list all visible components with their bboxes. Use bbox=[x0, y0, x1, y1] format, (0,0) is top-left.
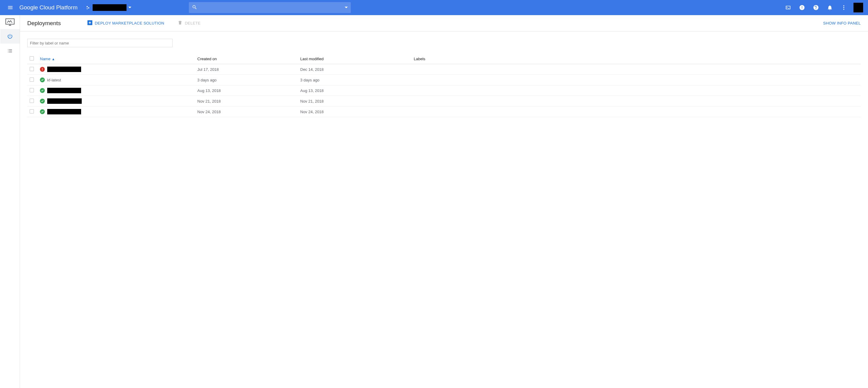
project-selector[interactable] bbox=[83, 2, 134, 13]
main-area: Deployments DEPLOY MARKETPLACE SOLUTION … bbox=[20, 15, 868, 388]
show-info-panel-button[interactable]: SHOW INFO PANEL bbox=[823, 21, 861, 25]
cloud-shell-icon bbox=[785, 4, 791, 10]
table-row[interactable]: Jul 17, 2018Dec 14, 2018 bbox=[27, 64, 861, 75]
row-labels bbox=[411, 85, 861, 96]
row-checkbox[interactable] bbox=[30, 67, 34, 71]
row-modified: 3 days ago bbox=[298, 75, 411, 85]
more-button[interactable] bbox=[838, 1, 850, 13]
table-row[interactable]: Aug 13, 2018Aug 13, 2018 bbox=[27, 85, 861, 96]
help-icon bbox=[813, 4, 819, 10]
header-labels[interactable]: Labels bbox=[411, 54, 861, 64]
status-ok-icon bbox=[40, 78, 45, 82]
nav-deployments[interactable] bbox=[0, 29, 20, 43]
svg-point-1 bbox=[88, 7, 89, 8]
platform-title: Google Cloud Platform bbox=[19, 4, 78, 11]
row-checkbox[interactable] bbox=[30, 109, 34, 114]
row-created: Nov 24, 2018 bbox=[195, 107, 298, 117]
svg-point-4 bbox=[843, 7, 844, 8]
svg-point-0 bbox=[87, 6, 88, 7]
project-scope-icon bbox=[86, 5, 91, 10]
trash-icon bbox=[178, 20, 183, 26]
status-err-icon bbox=[40, 67, 45, 72]
status-ok-icon bbox=[40, 109, 45, 114]
svg-rect-9 bbox=[42, 70, 43, 70]
row-labels bbox=[411, 64, 861, 75]
row-modified: Nov 24, 2018 bbox=[298, 107, 411, 117]
deployments-table: Name▲ Created on Last modified Labels Ju… bbox=[27, 54, 861, 117]
feedback-button[interactable] bbox=[796, 1, 808, 13]
svg-point-2 bbox=[87, 8, 88, 9]
search-icon bbox=[192, 4, 197, 11]
section-deployment-manager-icon[interactable] bbox=[0, 16, 20, 29]
row-labels bbox=[411, 75, 861, 85]
row-checkbox[interactable] bbox=[30, 78, 34, 82]
row-modified: Nov 21, 2018 bbox=[298, 96, 411, 107]
header-modified[interactable]: Last modified bbox=[298, 54, 411, 64]
status-ok-icon bbox=[40, 88, 45, 93]
chevron-down-icon bbox=[128, 5, 131, 10]
row-created: Aug 13, 2018 bbox=[195, 85, 298, 96]
row-name-redacted bbox=[47, 109, 81, 114]
row-name[interactable]: kf-latest bbox=[47, 78, 61, 82]
header-created[interactable]: Created on bbox=[195, 54, 298, 64]
table-row[interactable]: Nov 24, 2018Nov 24, 2018 bbox=[27, 107, 861, 117]
help-button[interactable] bbox=[810, 1, 822, 13]
row-created: Nov 21, 2018 bbox=[195, 96, 298, 107]
table-row[interactable]: kf-latest3 days ago3 days ago bbox=[27, 75, 861, 85]
account-avatar[interactable] bbox=[854, 3, 863, 12]
header-right bbox=[782, 1, 865, 13]
status-ok-icon bbox=[40, 99, 45, 103]
deploy-marketplace-label: DEPLOY MARKETPLACE SOLUTION bbox=[95, 21, 164, 25]
notifications-button[interactable] bbox=[824, 1, 836, 13]
filter-input[interactable] bbox=[27, 39, 173, 47]
top-header: Google Cloud Platform bbox=[0, 0, 868, 15]
table-row[interactable]: Nov 21, 2018Nov 21, 2018 bbox=[27, 96, 861, 107]
row-modified: Aug 13, 2018 bbox=[298, 85, 411, 96]
bell-icon bbox=[827, 4, 833, 10]
svg-rect-8 bbox=[42, 68, 43, 69]
page-title: Deployments bbox=[27, 20, 61, 27]
plus-box-icon bbox=[88, 20, 92, 26]
content: Name▲ Created on Last modified Labels Ju… bbox=[20, 31, 868, 117]
row-labels bbox=[411, 96, 861, 107]
deployment-manager-icon bbox=[5, 19, 14, 26]
main-menu-button[interactable] bbox=[3, 0, 18, 15]
row-checkbox[interactable] bbox=[30, 88, 34, 92]
row-created: 3 days ago bbox=[195, 75, 298, 85]
alert-bubble-icon bbox=[799, 4, 805, 10]
secondary-toolbar: Deployments DEPLOY MARKETPLACE SOLUTION … bbox=[20, 15, 868, 31]
sort-asc-icon: ▲ bbox=[52, 57, 55, 61]
table-header-row: Name▲ Created on Last modified Labels bbox=[27, 54, 861, 64]
row-modified: Dec 14, 2018 bbox=[298, 64, 411, 75]
row-name-redacted bbox=[47, 88, 81, 93]
nav-type-registry[interactable] bbox=[0, 43, 20, 58]
header-name[interactable]: Name▲ bbox=[37, 54, 195, 64]
svg-point-3 bbox=[843, 5, 844, 6]
row-created: Jul 17, 2018 bbox=[195, 64, 298, 75]
row-checkbox[interactable] bbox=[30, 99, 34, 103]
header-checkbox[interactable] bbox=[27, 54, 37, 64]
row-labels bbox=[411, 107, 861, 117]
svg-point-5 bbox=[843, 9, 844, 10]
delete-button: DELETE bbox=[175, 19, 203, 28]
more-vert-icon bbox=[841, 4, 847, 10]
row-name-redacted bbox=[47, 67, 81, 72]
chevron-down-icon[interactable] bbox=[345, 5, 348, 10]
delete-label: DELETE bbox=[185, 21, 200, 25]
list-icon bbox=[7, 48, 13, 54]
cloud-shell-button[interactable] bbox=[782, 1, 794, 13]
left-rail bbox=[0, 15, 20, 388]
layout: Deployments DEPLOY MARKETPLACE SOLUTION … bbox=[0, 15, 868, 388]
row-name-redacted bbox=[47, 98, 82, 104]
search-bar[interactable] bbox=[189, 2, 351, 13]
project-name-redacted bbox=[93, 4, 126, 11]
hamburger-icon bbox=[7, 4, 13, 10]
deploy-marketplace-button[interactable]: DEPLOY MARKETPLACE SOLUTION bbox=[85, 19, 167, 28]
power-icon bbox=[7, 33, 13, 39]
